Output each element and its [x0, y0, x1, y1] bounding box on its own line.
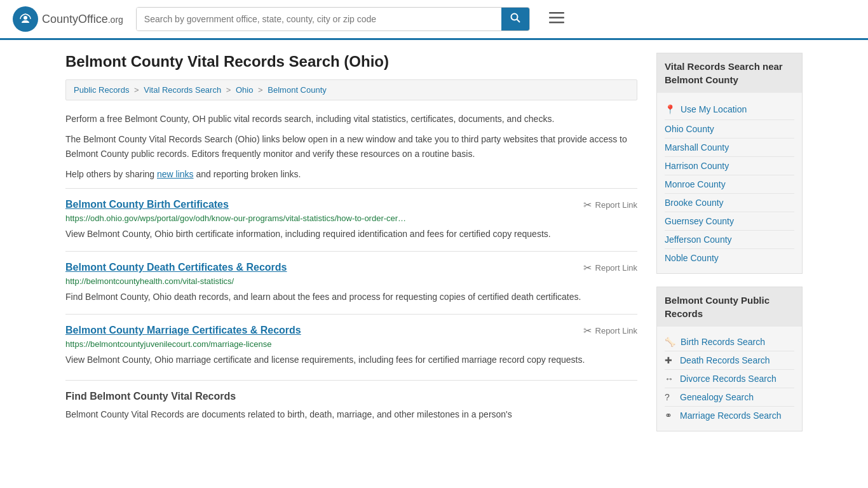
logo-icon	[13, 6, 38, 32]
result-item-death: Belmont County Death Certificates & Reco…	[65, 251, 637, 314]
report-link-death[interactable]: ✂ Report Link	[583, 262, 637, 274]
use-location-item: 📍 Use My Location	[665, 99, 794, 120]
svg-point-2	[511, 14, 517, 20]
location-pin-icon: 📍	[665, 104, 675, 114]
report-icon-marriage: ✂	[583, 325, 592, 337]
search-bar	[136, 7, 530, 31]
sidebar-marriage-records: ⚭ Marriage Records Search	[665, 407, 794, 424]
search-button[interactable]	[501, 8, 529, 30]
logo-suffix: .org	[108, 15, 123, 25]
divorce-records-icon: ↔	[665, 374, 675, 384]
birth-records-link[interactable]: Birth Records Search	[681, 337, 765, 347]
sidebar-county-guernsey: Guernsey County	[665, 212, 794, 231]
desc3-pre: Help others by sharing	[65, 169, 157, 179]
result-url-death: http://belmontcountyhealth.com/vital-sta…	[65, 276, 637, 286]
result-header-birth: Belmont County Birth Certificates ✂ Repo…	[65, 199, 637, 211]
result-desc-birth: View Belmont County, Ohio birth certific…	[65, 227, 637, 241]
description-3: Help others by sharing new links and rep…	[65, 167, 637, 181]
breadcrumb-vital-records[interactable]: Vital Records Search	[144, 85, 221, 95]
result-title-marriage[interactable]: Belmont County Marriage Certificates & R…	[65, 325, 301, 336]
genealogy-icon: ?	[665, 392, 675, 402]
svg-rect-6	[549, 22, 564, 24]
result-url-birth: https://odh.ohio.gov/wps/portal/gov/odh/…	[65, 214, 637, 223]
content-area: Belmont County Vital Records Search (Ohi…	[65, 53, 637, 444]
result-header-marriage: Belmont County Marriage Certificates & R…	[65, 325, 637, 337]
noble-county-link[interactable]: Noble County	[665, 253, 719, 263]
svg-rect-5	[549, 17, 564, 19]
find-title: Find Belmont County Vital Records	[65, 391, 637, 402]
sidebar-county-brooke: Brooke County	[665, 194, 794, 212]
jefferson-county-link[interactable]: Jefferson County	[665, 234, 732, 245]
sidebar-public-records-section: Belmont County Public Records 🦴 Birth Re…	[656, 287, 803, 431]
sidebar-county-marshall: Marshall County	[665, 139, 794, 157]
result-item-birth: Belmont County Birth Certificates ✂ Repo…	[65, 188, 637, 251]
sidebar-death-records: ✚ Death Records Search	[665, 351, 794, 370]
marriage-records-icon: ⚭	[665, 410, 675, 421]
report-label-death: Report Link	[595, 263, 637, 273]
use-location-link[interactable]: Use My Location	[681, 104, 747, 114]
sidebar-divorce-records: ↔ Divorce Records Search	[665, 370, 794, 388]
description-1: Perform a free Belmont County, OH public…	[65, 112, 637, 126]
death-records-link[interactable]: Death Records Search	[680, 355, 770, 365]
genealogy-link[interactable]: Genealogy Search	[680, 392, 754, 402]
svg-rect-4	[549, 12, 564, 14]
logo-text: CountyOffice.org	[42, 13, 123, 26]
brooke-county-link[interactable]: Brooke County	[665, 198, 724, 208]
sidebar-nearby-section: Vital Records Search near Belmont County…	[656, 53, 803, 274]
breadcrumb-public-records[interactable]: Public Records	[74, 85, 129, 95]
sidebar-county-noble: Noble County	[665, 249, 794, 267]
birth-records-icon: 🦴	[665, 337, 675, 347]
harrison-county-link[interactable]: Harrison County	[665, 161, 729, 171]
report-link-marriage[interactable]: ✂ Report Link	[583, 325, 637, 337]
result-url-marriage: https://belmontcountyjuvenilecourt.com/m…	[65, 339, 637, 349]
search-input[interactable]	[137, 8, 501, 30]
new-links-link[interactable]: new links	[157, 169, 194, 179]
logo-brand: CountyOffice	[42, 13, 108, 25]
result-title-birth[interactable]: Belmont County Birth Certificates	[65, 199, 229, 210]
svg-point-1	[24, 16, 27, 20]
breadcrumb-ohio[interactable]: Ohio	[236, 85, 253, 95]
guernsey-county-link[interactable]: Guernsey County	[665, 216, 734, 226]
breadcrumb-sep-1: >	[134, 85, 141, 95]
desc3-post: and reporting broken links.	[194, 169, 301, 179]
breadcrumb-county[interactable]: Belmont County	[268, 85, 327, 95]
sidebar-genealogy: ? Genealogy Search	[665, 388, 794, 407]
result-desc-death: Find Belmont County, Ohio death records,…	[65, 290, 637, 304]
sidebar-birth-records: 🦴 Birth Records Search	[665, 333, 794, 351]
description-2: The Belmont County Vital Records Search …	[65, 132, 637, 161]
report-icon-death: ✂	[583, 262, 592, 274]
breadcrumb: Public Records > Vital Records Search > …	[65, 79, 637, 100]
header: CountyOffice.org	[0, 0, 868, 40]
find-desc: Belmont County Vital Records are documen…	[65, 407, 637, 421]
page-title: Belmont County Vital Records Search (Ohi…	[65, 53, 637, 71]
monroe-county-link[interactable]: Monroe County	[665, 179, 726, 189]
sidebar-public-records-content: 🦴 Birth Records Search ✚ Death Records S…	[657, 327, 802, 431]
find-section: Find Belmont County Vital Records Belmon…	[65, 380, 637, 421]
divorce-records-link[interactable]: Divorce Records Search	[680, 374, 776, 384]
report-icon-birth: ✂	[583, 199, 592, 211]
result-title-death[interactable]: Belmont County Death Certificates & Reco…	[65, 262, 287, 273]
ohio-county-link[interactable]: Ohio County	[665, 124, 714, 134]
breadcrumb-sep-2: >	[226, 85, 233, 95]
sidebar-county-jefferson: Jefferson County	[665, 231, 794, 249]
svg-line-3	[517, 20, 520, 23]
death-records-icon: ✚	[665, 355, 675, 365]
report-link-birth[interactable]: ✂ Report Link	[583, 199, 637, 211]
marriage-records-link[interactable]: Marriage Records Search	[680, 410, 782, 421]
logo-link[interactable]: CountyOffice.org	[13, 6, 123, 32]
sidebar-nearby-title: Vital Records Search near Belmont County	[657, 53, 802, 93]
sidebar-county-ohio: Ohio County	[665, 120, 794, 139]
report-label-marriage: Report Link	[595, 326, 637, 336]
marshall-county-link[interactable]: Marshall County	[665, 142, 729, 152]
menu-icon[interactable]	[549, 11, 564, 27]
sidebar-county-harrison: Harrison County	[665, 157, 794, 175]
result-desc-marriage: View Belmont County, Ohio marriage certi…	[65, 353, 637, 367]
result-item-marriage: Belmont County Marriage Certificates & R…	[65, 314, 637, 377]
result-header-death: Belmont County Death Certificates & Reco…	[65, 262, 637, 274]
sidebar-county-monroe: Monroe County	[665, 175, 794, 194]
main-container: Belmont County Vital Records Search (Ohi…	[53, 40, 815, 457]
sidebar-public-records-title: Belmont County Public Records	[657, 287, 802, 327]
sidebar-nearby-content: 📍 Use My Location Ohio County Marshall C…	[657, 93, 802, 273]
sidebar: Vital Records Search near Belmont County…	[656, 53, 803, 444]
breadcrumb-sep-3: >	[258, 85, 265, 95]
